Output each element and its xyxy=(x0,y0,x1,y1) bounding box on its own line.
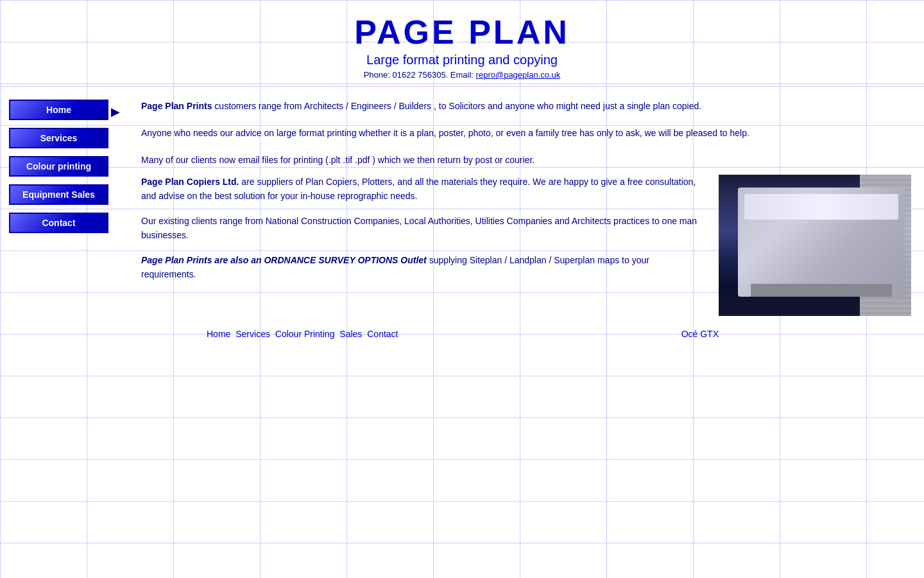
bottom-grid xyxy=(0,346,924,538)
home-nav-wrapper: Home ▶ xyxy=(9,100,128,124)
services-nav-wrapper: Services xyxy=(9,128,128,152)
main-layout: Home ▶ Services Colour printing Equipmen… xyxy=(0,87,924,322)
phone-number: 01622 756305. xyxy=(392,70,448,80)
bottom-section: Page Plan Copiers Ltd. are suppliers of … xyxy=(141,175,911,316)
bottom-text: Page Plan Copiers Ltd. are suppliers of … xyxy=(141,175,706,292)
equipment-sales-nav-wrapper: Equipment Sales xyxy=(9,184,128,209)
footer-links: Home Services Colour Printing Sales Cont… xyxy=(205,329,400,339)
site-subtitle: Large format printing and copying xyxy=(0,53,924,67)
intro-text: Page Plan Prints customers range from Ar… xyxy=(141,100,911,167)
footer-oce: Océ GTX xyxy=(681,329,719,339)
copiers-brand: Page Plan Copiers Ltd. xyxy=(141,177,239,187)
footer-home-link[interactable]: Home xyxy=(207,329,230,339)
paragraph2: Anyone who needs our advice on large for… xyxy=(141,127,911,140)
ordnance-brand: Page Plan Prints are also an ORDNANCE SU… xyxy=(141,255,427,265)
clients-text: Our existing clients range from National… xyxy=(141,214,706,243)
colour-printing-button[interactable]: Colour printing xyxy=(9,156,108,177)
home-button[interactable]: Home xyxy=(9,100,108,120)
contact-nav-wrapper: Contact xyxy=(9,213,128,237)
left-nav: Home ▶ Services Colour printing Equipmen… xyxy=(0,93,128,322)
site-title: PAGE PLAN xyxy=(0,13,924,51)
footer-gtx-link[interactable]: GTX xyxy=(700,329,719,339)
email-link[interactable]: repro@pageplan.co.uk xyxy=(476,70,561,80)
footer-services-link[interactable]: Services xyxy=(235,329,270,339)
contact-info: Phone: 01622 756305. Email: repro@pagepl… xyxy=(0,70,924,80)
footer-sales-link[interactable]: Sales xyxy=(339,329,362,339)
email-label: Email: xyxy=(450,70,474,80)
copier-image xyxy=(719,175,911,316)
brand-prints: Page Plan Prints xyxy=(141,101,212,111)
contact-button[interactable]: Contact xyxy=(9,213,108,233)
paragraph1-text: customers range from Architects / Engine… xyxy=(212,101,701,111)
page-header: PAGE PLAN Large format printing and copy… xyxy=(0,0,924,86)
footer-oce-link[interactable]: Océ xyxy=(681,329,698,339)
footer: Home Services Colour Printing Sales Cont… xyxy=(0,322,924,346)
equipment-sales-button[interactable]: Equipment Sales xyxy=(9,184,108,205)
footer-contact-link[interactable]: Contact xyxy=(367,329,398,339)
content-area: Page Plan Prints customers range from Ar… xyxy=(128,93,924,322)
colour-printing-nav-wrapper: Colour printing xyxy=(9,156,128,180)
footer-colour-printing-link[interactable]: Colour Printing xyxy=(275,329,335,339)
home-arrow: ▶ xyxy=(111,105,120,119)
phone-label: Phone: xyxy=(364,70,390,80)
services-button[interactable]: Services xyxy=(9,128,108,148)
paragraph3: Many of our clients now email files for … xyxy=(141,153,911,167)
